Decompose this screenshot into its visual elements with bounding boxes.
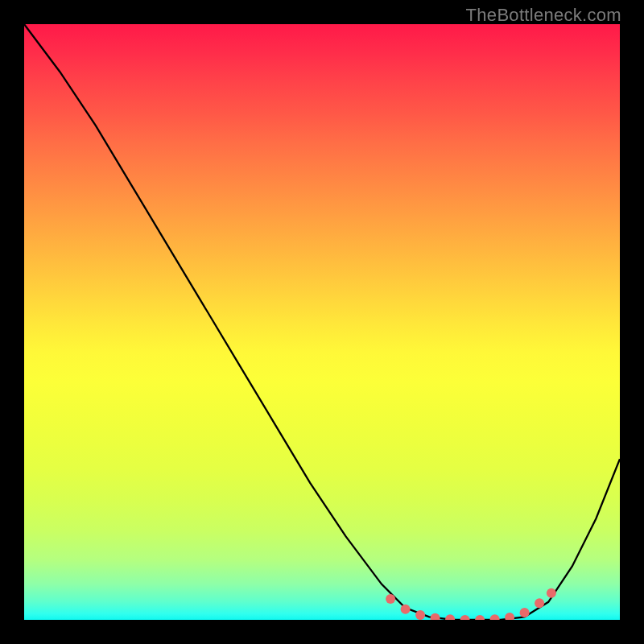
chart-plot-area [24,24,620,620]
highlight-dot [490,614,500,620]
highlight-dot [431,613,440,620]
highlight-dot [460,615,470,620]
highlight-dot [386,594,395,604]
highlight-dot [547,588,556,598]
highlight-dot [505,613,514,620]
watermark-text: TheBottleneck.com [466,5,621,26]
highlight-dot [475,615,485,620]
highlight-dot [445,614,455,620]
bottleneck-curve-line [24,24,620,620]
highlight-dot [520,608,530,617]
highlight-dot [535,598,544,608]
highlight-dot [415,610,425,620]
highlight-dot [401,605,411,614]
highlight-dot-group [386,588,556,620]
curve-layer [24,24,620,620]
